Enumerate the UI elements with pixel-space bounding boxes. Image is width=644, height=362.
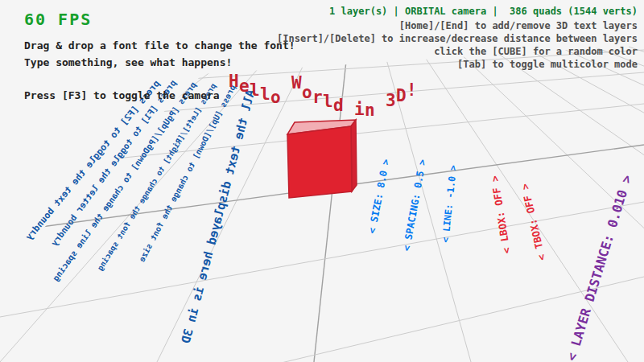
wave-char: e (239, 78, 250, 95)
wave-char: l (323, 93, 333, 110)
help-multicolor: [Tab] to toggle multicolor mode (457, 60, 638, 69)
wave-char: r (312, 89, 323, 106)
wave-char: D (396, 88, 407, 105)
wave-char: l (260, 86, 270, 103)
cube-front-face (287, 126, 352, 198)
app-window: All the text displayed here is in 3Dpres… (0, 0, 644, 362)
wave-char: H (229, 73, 239, 90)
help-layer-distance: [Insert]/[Delete] to increase/decrease d… (277, 34, 638, 43)
fps-counter: 60 FPS (24, 11, 92, 27)
wave-char: d (333, 97, 344, 114)
wave-char: 3 (386, 93, 396, 109)
hint-dragdrop-font: Drag & drop a font file to change the fo… (24, 40, 295, 51)
hint-camera-toggle: Press [F3] to toggle the camera (24, 90, 220, 101)
wave-char: l (250, 82, 260, 99)
help-cube-click: click the [CUBE] for a random color (434, 47, 638, 56)
hint-type-something: Type something, see what happens! (24, 57, 232, 68)
wave-char: o (270, 89, 281, 106)
wave-char: ! (407, 82, 417, 99)
help-layers: [Home]/[End] to add/remove 3D text layer… (399, 21, 638, 31)
status-bar: 1 layer(s) | ORBITAL camera | 386 quads … (329, 6, 638, 16)
wave-char: n (365, 102, 375, 119)
cube[interactable] (287, 120, 357, 198)
wave-char: o (302, 84, 312, 101)
wave-char: i (354, 101, 365, 118)
wave-char: W (291, 75, 302, 92)
